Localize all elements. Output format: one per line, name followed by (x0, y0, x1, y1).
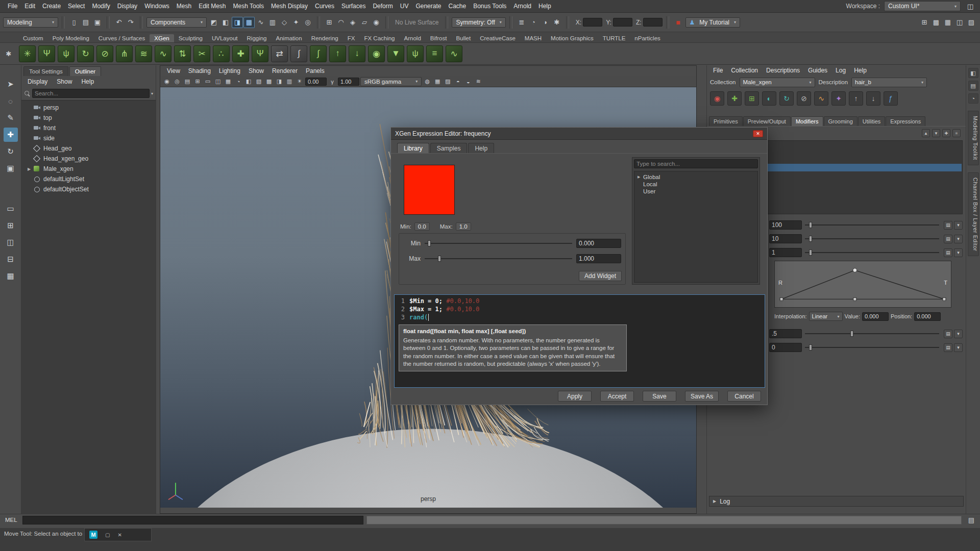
accept-button[interactable]: Accept (600, 391, 634, 402)
layout-custom-icon[interactable]: ▦ (4, 269, 18, 283)
tab-tool-settings[interactable]: Tool Settings (23, 66, 68, 76)
cancel-button[interactable]: Cancel (727, 391, 761, 402)
xgen-new-description-icon[interactable]: ✚ (727, 91, 742, 106)
menu-item[interactable]: Mesh (173, 1, 195, 11)
xgen-guides-to-curves-icon[interactable]: ∫ (290, 45, 307, 62)
min-value-field[interactable]: 0.000 (576, 239, 621, 248)
shelf-tab-arnold[interactable]: Arnold (400, 34, 426, 42)
attribute-menu-button[interactable]: ▾ (954, 330, 963, 338)
move-tool-icon[interactable]: ✚ (4, 128, 18, 142)
menu-set-select[interactable]: Modeling▾ (3, 17, 58, 28)
dialog-tab-samples[interactable]: Samples (430, 143, 468, 153)
safe-action-icon[interactable]: ◧ (244, 77, 253, 86)
restore-window-icon[interactable]: ▢ (105, 532, 110, 538)
slider-handle[interactable] (809, 236, 812, 242)
color-preview-swatch[interactable] (404, 165, 455, 215)
xpr-tree-global[interactable]: ▶ Global (634, 173, 757, 181)
attribute-slider[interactable] (805, 343, 939, 352)
dock-list-icon[interactable]: ▤ (968, 81, 978, 91)
file-save-icon[interactable]: ▣ (92, 17, 103, 28)
selection-mode-select[interactable]: Components▾ (146, 17, 207, 28)
attribute-menu-button[interactable]: ▾ (954, 235, 963, 243)
shelf-options-gear-icon[interactable]: ✱ (3, 48, 14, 59)
shelf-tab-uvlayout[interactable]: UVLayout (207, 34, 242, 42)
xgen-menu-item[interactable]: Help (851, 66, 870, 75)
construction-history-icon[interactable]: ≣ (516, 17, 527, 28)
menu-item[interactable]: Create (39, 1, 64, 11)
paint-select-tool-icon[interactable]: ✎ (4, 111, 18, 125)
description-select[interactable]: hair_b▾ (851, 78, 927, 87)
shelf-tab-bullet[interactable]: Bullet (451, 34, 475, 42)
interpolation-select[interactable]: Linear▾ (809, 312, 843, 321)
coordinate-input[interactable] (583, 18, 602, 27)
attribute-menu-button[interactable]: ▾ (954, 248, 963, 257)
xgen-preview-refresh-icon[interactable]: ◉ (368, 45, 385, 62)
mel-command-input[interactable] (22, 516, 363, 524)
outliner-item-head-xgen-geo[interactable]: ▶ Head_xgen_geo (21, 154, 156, 164)
xgen-tab-preview-output[interactable]: Preview/Output (743, 116, 791, 126)
attribute-slider[interactable] (805, 235, 939, 243)
ramp-widget[interactable]: R T (774, 261, 951, 308)
resolution-gate-icon[interactable]: ◫ (213, 77, 223, 86)
tutorial-select[interactable]: ♟ My Tutorial ▾ (685, 17, 740, 28)
workspace-select[interactable]: Custom UI*▾ (884, 1, 961, 11)
textured-mode-icon[interactable]: ▨ (966, 17, 977, 28)
shelf-tab-curves-surfaces[interactable]: Curves / Surfaces (94, 34, 150, 42)
code-line-2[interactable]: 2$Max = 1; #0.0,10.0 (398, 305, 762, 313)
outliner-item-default-object-set[interactable]: ▶ defaultObjectSet (21, 184, 156, 194)
ramp-position-field[interactable]: 0.000 (914, 312, 941, 321)
field-chart-icon[interactable]: ◔ (234, 77, 243, 86)
outliner-item-side[interactable]: ▶ side (21, 133, 156, 143)
wireframe-on-shaded-icon[interactable]: ▦ (433, 77, 442, 86)
xpr-tree-user[interactable]: ▶ User (634, 188, 757, 195)
xgen-tab-utilities[interactable]: Utilities (858, 116, 885, 126)
xpr-tree-local[interactable]: ▶ Local (634, 181, 757, 188)
menu-item[interactable]: Windows (141, 1, 173, 11)
gamma-field[interactable]: 1.00 (338, 78, 359, 86)
outliner-search-input[interactable] (32, 89, 150, 98)
xgen-export-patches-icon[interactable]: ↑ (329, 45, 346, 62)
menu-item[interactable]: Arnold (510, 1, 535, 11)
color-management-icon[interactable]: ■ (673, 17, 684, 28)
shelf-tab-fx[interactable]: FX (343, 34, 360, 42)
shelf-tab-rendering[interactable]: Rendering (307, 34, 343, 42)
viewport-menu-item[interactable]: View (163, 66, 184, 76)
maya-logo-icon[interactable]: M (89, 531, 97, 539)
menu-item[interactable]: Generate (412, 1, 445, 11)
workspace-panel-icon[interactable]: ◫ (965, 1, 976, 12)
shelf-tab-poly-modeling[interactable]: Poly Modeling (48, 34, 94, 42)
exposure-icon[interactable]: ☀ (295, 77, 304, 86)
xgen-sculpt-guides-icon[interactable]: Ψ (252, 45, 268, 62)
xgen-length-brush-icon[interactable]: ⇅ (174, 45, 191, 62)
dialog-tab-help[interactable]: Help (468, 143, 494, 153)
xgen-clear-preview-icon[interactable]: ⊘ (96, 45, 113, 62)
menu-item[interactable]: Modify (88, 1, 113, 11)
xgen-cut-tool-icon[interactable]: ✂ (193, 45, 210, 62)
menu-item[interactable]: Surfaces (338, 1, 369, 11)
attribute-value-field[interactable]: .5 (769, 329, 802, 338)
frame-selection-icon[interactable]: ◨ (275, 77, 284, 86)
xgen-sculpt-icon[interactable]: ✦ (831, 91, 846, 106)
modifier-add-icon[interactable]: ✚ (942, 129, 950, 137)
shelf-tab-mash[interactable]: MASH (520, 34, 546, 42)
modifier-move-down-icon[interactable]: ▼ (932, 129, 940, 137)
coordinate-input[interactable] (643, 18, 663, 27)
layout-four-pane-icon[interactable]: ⊞ (4, 218, 18, 233)
filter-icon[interactable]: ▾ (151, 91, 153, 96)
xgen-import-icon[interactable]: ↓ (866, 91, 880, 106)
code-line-3[interactable]: 3rand( (398, 313, 762, 321)
range-max-value[interactable]: 1.0 (456, 222, 471, 231)
xgen-interactive-groom-icon[interactable]: ψ (407, 45, 424, 62)
redo-icon[interactable]: ↷ (125, 17, 136, 28)
code-line-1[interactable]: 1$Min = 0; #0.0,10.0 (398, 297, 762, 305)
gamma-icon[interactable]: γ (328, 77, 337, 86)
frame-all-icon[interactable]: ▩ (264, 77, 274, 86)
isolate-select-icon[interactable]: ▩ (930, 17, 942, 28)
modifier-move-up-icon[interactable]: ▲ (922, 129, 930, 137)
select-mask-deform-icon[interactable]: ◇ (279, 17, 290, 28)
shadows-icon[interactable]: ◓ (453, 77, 462, 86)
tab-outliner[interactable]: Outliner (69, 66, 101, 76)
modifier-menu-icon[interactable]: ≡ (952, 129, 961, 137)
slider-handle[interactable] (809, 222, 812, 228)
apply-button[interactable]: Apply (558, 391, 592, 402)
